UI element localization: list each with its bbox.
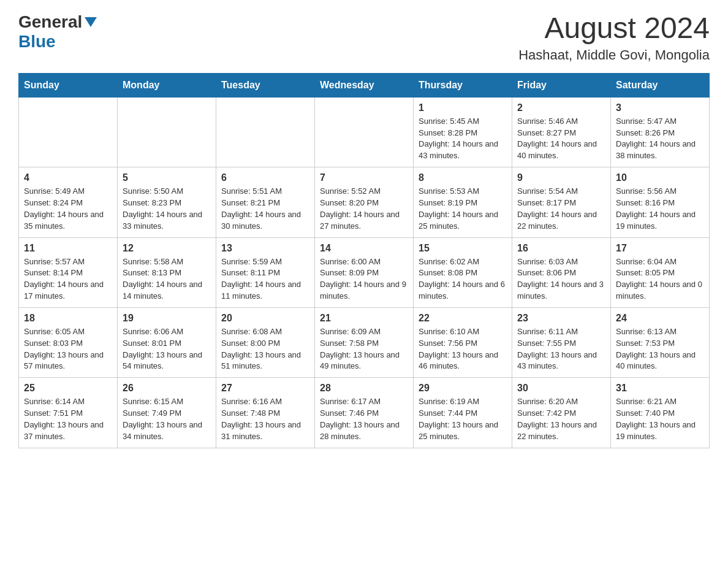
calendar-day-cell: 15Sunrise: 6:02 AM Sunset: 8:08 PM Dayli… xyxy=(414,237,512,307)
weekday-header-friday: Friday xyxy=(512,73,611,97)
calendar-day-cell: 22Sunrise: 6:10 AM Sunset: 7:56 PM Dayli… xyxy=(414,307,512,377)
day-number: 3 xyxy=(616,102,704,113)
day-info: Sunrise: 6:11 AM Sunset: 7:55 PM Dayligh… xyxy=(517,326,605,372)
calendar-day-cell: 7Sunrise: 5:52 AM Sunset: 8:20 PM Daylig… xyxy=(315,167,414,237)
day-number: 24 xyxy=(616,313,704,324)
day-info: Sunrise: 5:46 AM Sunset: 8:27 PM Dayligh… xyxy=(517,116,605,162)
calendar-day-cell: 11Sunrise: 5:57 AM Sunset: 8:14 PM Dayli… xyxy=(19,237,118,307)
day-number: 1 xyxy=(419,102,507,113)
calendar-day-cell: 24Sunrise: 6:13 AM Sunset: 7:53 PM Dayli… xyxy=(611,307,710,377)
day-info: Sunrise: 5:59 AM Sunset: 8:11 PM Dayligh… xyxy=(221,256,309,302)
day-info: Sunrise: 6:13 AM Sunset: 7:53 PM Dayligh… xyxy=(616,326,704,372)
weekday-header-tuesday: Tuesday xyxy=(216,73,315,97)
calendar-day-cell xyxy=(118,97,216,167)
calendar-day-cell xyxy=(216,97,315,167)
logo: General Blue xyxy=(18,12,97,52)
calendar-day-cell: 13Sunrise: 5:59 AM Sunset: 8:11 PM Dayli… xyxy=(216,237,315,307)
day-number: 16 xyxy=(517,243,605,254)
day-info: Sunrise: 6:20 AM Sunset: 7:42 PM Dayligh… xyxy=(517,396,605,442)
calendar-day-cell xyxy=(315,97,414,167)
calendar-week-1: 1Sunrise: 5:45 AM Sunset: 8:28 PM Daylig… xyxy=(19,97,710,167)
day-number: 15 xyxy=(419,243,507,254)
calendar-day-cell: 28Sunrise: 6:17 AM Sunset: 7:46 PM Dayli… xyxy=(315,378,414,448)
day-number: 25 xyxy=(24,383,112,394)
calendar-subtitle: Hashaat, Middle Govi, Mongolia xyxy=(518,47,710,63)
day-info: Sunrise: 5:51 AM Sunset: 8:21 PM Dayligh… xyxy=(221,186,309,232)
day-info: Sunrise: 6:19 AM Sunset: 7:44 PM Dayligh… xyxy=(419,396,507,442)
calendar-day-cell: 2Sunrise: 5:46 AM Sunset: 8:27 PM Daylig… xyxy=(512,97,611,167)
day-info: Sunrise: 5:47 AM Sunset: 8:26 PM Dayligh… xyxy=(616,116,704,162)
day-info: Sunrise: 5:50 AM Sunset: 8:23 PM Dayligh… xyxy=(123,186,211,232)
calendar-week-5: 25Sunrise: 6:14 AM Sunset: 7:51 PM Dayli… xyxy=(19,378,710,448)
calendar-day-cell: 31Sunrise: 6:21 AM Sunset: 7:40 PM Dayli… xyxy=(611,378,710,448)
day-info: Sunrise: 6:03 AM Sunset: 8:06 PM Dayligh… xyxy=(517,256,605,302)
day-info: Sunrise: 5:52 AM Sunset: 8:20 PM Dayligh… xyxy=(320,186,408,232)
logo-triangle-icon xyxy=(85,17,97,27)
logo-general-text: General xyxy=(18,12,82,32)
calendar-day-cell: 8Sunrise: 5:53 AM Sunset: 8:19 PM Daylig… xyxy=(414,167,512,237)
logo-blue-text: Blue xyxy=(18,32,56,51)
calendar-day-cell: 16Sunrise: 6:03 AM Sunset: 8:06 PM Dayli… xyxy=(512,237,611,307)
day-number: 31 xyxy=(616,383,704,394)
calendar-header-row: SundayMondayTuesdayWednesdayThursdayFrid… xyxy=(19,73,710,97)
day-number: 21 xyxy=(320,313,408,324)
day-number: 9 xyxy=(517,172,605,183)
day-info: Sunrise: 6:17 AM Sunset: 7:46 PM Dayligh… xyxy=(320,396,408,442)
weekday-header-monday: Monday xyxy=(118,73,216,97)
day-info: Sunrise: 5:53 AM Sunset: 8:19 PM Dayligh… xyxy=(419,186,507,232)
calendar-week-3: 11Sunrise: 5:57 AM Sunset: 8:14 PM Dayli… xyxy=(19,237,710,307)
day-number: 4 xyxy=(24,172,112,183)
calendar-day-cell: 30Sunrise: 6:20 AM Sunset: 7:42 PM Dayli… xyxy=(512,378,611,448)
day-info: Sunrise: 6:16 AM Sunset: 7:48 PM Dayligh… xyxy=(221,396,309,442)
calendar-day-cell: 10Sunrise: 5:56 AM Sunset: 8:16 PM Dayli… xyxy=(611,167,710,237)
calendar-week-4: 18Sunrise: 6:05 AM Sunset: 8:03 PM Dayli… xyxy=(19,307,710,377)
calendar-day-cell: 4Sunrise: 5:49 AM Sunset: 8:24 PM Daylig… xyxy=(19,167,118,237)
weekday-header-saturday: Saturday xyxy=(611,73,710,97)
calendar-day-cell: 20Sunrise: 6:08 AM Sunset: 8:00 PM Dayli… xyxy=(216,307,315,377)
day-info: Sunrise: 6:00 AM Sunset: 8:09 PM Dayligh… xyxy=(320,256,408,302)
calendar-day-cell: 27Sunrise: 6:16 AM Sunset: 7:48 PM Dayli… xyxy=(216,378,315,448)
weekday-header-wednesday: Wednesday xyxy=(315,73,414,97)
calendar-day-cell: 26Sunrise: 6:15 AM Sunset: 7:49 PM Dayli… xyxy=(118,378,216,448)
day-number: 19 xyxy=(123,313,211,324)
day-info: Sunrise: 5:45 AM Sunset: 8:28 PM Dayligh… xyxy=(419,116,507,162)
weekday-header-sunday: Sunday xyxy=(19,73,118,97)
calendar-day-cell: 1Sunrise: 5:45 AM Sunset: 8:28 PM Daylig… xyxy=(414,97,512,167)
day-info: Sunrise: 6:04 AM Sunset: 8:05 PM Dayligh… xyxy=(616,256,704,302)
page-header: General Blue August 2024 Hashaat, Middle… xyxy=(18,12,710,63)
day-info: Sunrise: 6:10 AM Sunset: 7:56 PM Dayligh… xyxy=(419,326,507,372)
calendar-day-cell: 17Sunrise: 6:04 AM Sunset: 8:05 PM Dayli… xyxy=(611,237,710,307)
calendar-day-cell: 14Sunrise: 6:00 AM Sunset: 8:09 PM Dayli… xyxy=(315,237,414,307)
calendar-day-cell: 3Sunrise: 5:47 AM Sunset: 8:26 PM Daylig… xyxy=(611,97,710,167)
day-number: 12 xyxy=(123,243,211,254)
calendar-day-cell: 19Sunrise: 6:06 AM Sunset: 8:01 PM Dayli… xyxy=(118,307,216,377)
day-info: Sunrise: 6:21 AM Sunset: 7:40 PM Dayligh… xyxy=(616,396,704,442)
day-number: 5 xyxy=(123,172,211,183)
day-info: Sunrise: 5:57 AM Sunset: 8:14 PM Dayligh… xyxy=(24,256,112,302)
day-number: 11 xyxy=(24,243,112,254)
day-number: 23 xyxy=(517,313,605,324)
day-info: Sunrise: 5:56 AM Sunset: 8:16 PM Dayligh… xyxy=(616,186,704,232)
day-info: Sunrise: 6:09 AM Sunset: 7:58 PM Dayligh… xyxy=(320,326,408,372)
calendar-week-2: 4Sunrise: 5:49 AM Sunset: 8:24 PM Daylig… xyxy=(19,167,710,237)
day-info: Sunrise: 6:06 AM Sunset: 8:01 PM Dayligh… xyxy=(123,326,211,372)
calendar-day-cell: 21Sunrise: 6:09 AM Sunset: 7:58 PM Dayli… xyxy=(315,307,414,377)
calendar-day-cell: 9Sunrise: 5:54 AM Sunset: 8:17 PM Daylig… xyxy=(512,167,611,237)
day-number: 18 xyxy=(24,313,112,324)
day-number: 6 xyxy=(221,172,309,183)
day-number: 17 xyxy=(616,243,704,254)
day-info: Sunrise: 6:05 AM Sunset: 8:03 PM Dayligh… xyxy=(24,326,112,372)
calendar-title: August 2024 xyxy=(518,12,710,45)
calendar-day-cell: 12Sunrise: 5:58 AM Sunset: 8:13 PM Dayli… xyxy=(118,237,216,307)
day-info: Sunrise: 6:08 AM Sunset: 8:00 PM Dayligh… xyxy=(221,326,309,372)
calendar-day-cell: 6Sunrise: 5:51 AM Sunset: 8:21 PM Daylig… xyxy=(216,167,315,237)
day-number: 29 xyxy=(419,383,507,394)
day-info: Sunrise: 5:54 AM Sunset: 8:17 PM Dayligh… xyxy=(517,186,605,232)
day-number: 26 xyxy=(123,383,211,394)
calendar-day-cell: 25Sunrise: 6:14 AM Sunset: 7:51 PM Dayli… xyxy=(19,378,118,448)
day-info: Sunrise: 6:14 AM Sunset: 7:51 PM Dayligh… xyxy=(24,396,112,442)
day-number: 28 xyxy=(320,383,408,394)
day-info: Sunrise: 5:58 AM Sunset: 8:13 PM Dayligh… xyxy=(123,256,211,302)
day-number: 10 xyxy=(616,172,704,183)
day-number: 2 xyxy=(517,102,605,113)
